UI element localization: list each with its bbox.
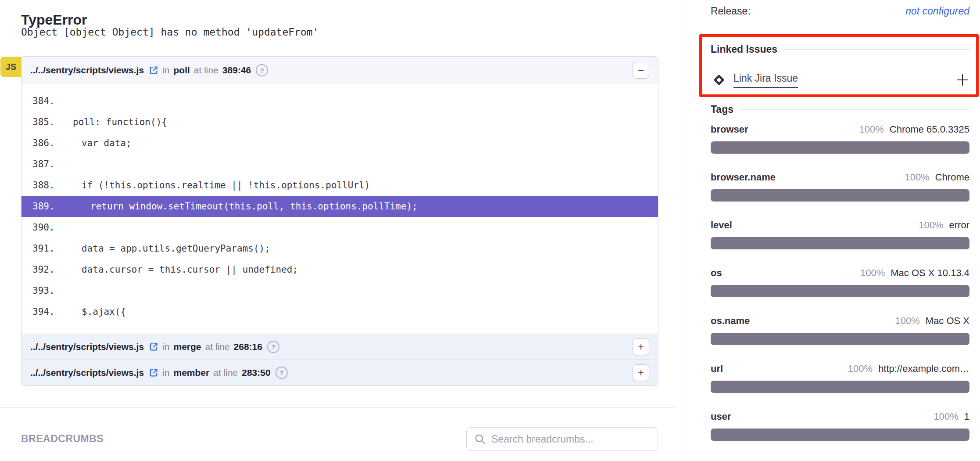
error-title: TypeError [21,12,87,28]
collapse-frame-button[interactable]: − [633,62,649,79]
tag-value: Mac OS X [926,315,969,327]
stack-frame-header-poll[interactable]: ../../sentry/scripts/views.js in poll at… [21,57,658,84]
tag-value: Chrome 65.0.3325 [890,124,969,135]
code-line: 384. [21,90,658,112]
help-question-icon[interactable]: ? [256,64,268,76]
tag-percent: 100% [895,315,919,327]
external-link-icon[interactable] [149,342,158,352]
release-row: Release: not configured [711,5,969,17]
tag-distribution-bar [711,285,969,297]
tag-percent: 100% [848,363,873,375]
tag-key-link[interactable]: url [711,363,723,375]
help-question-icon[interactable]: ? [275,367,288,379]
tag-key-link[interactable]: browser [711,124,748,135]
tag-key-link[interactable]: browser.name [711,172,776,183]
tag-row-level: level 100%error [711,220,969,249]
frame-lineno: 283:50 [242,367,270,378]
tag-distribution-bar [711,381,969,393]
tag-key-link[interactable]: user [711,411,731,422]
heading-rule [784,49,969,50]
external-link-icon[interactable] [149,368,158,378]
code-line: 387. [21,154,658,175]
code-line: 388. if (!this.options.realtime || !this… [21,175,658,196]
tag-row-os: os 100%Mac OS X 10.13.4 [711,267,969,297]
tag-percent: 100% [919,220,943,231]
tag-key-link[interactable]: level [711,220,732,231]
tag-row-user: user 100%1 [711,411,969,441]
tag-distribution-bar [711,141,969,154]
tags-section-title: Tags [711,104,969,115]
tag-row-browser-name: browser.name 100%Chrome [711,172,969,202]
error-message: Object [object Object] has no method 'up… [21,26,319,38]
in-label: in [162,65,169,76]
tag-row-os-name: os.name 100%Mac OS X [711,315,969,345]
frame-function: poll [174,65,190,76]
in-label: in [162,367,169,378]
breadcrumbs-section-title: BREADCRUMBS [21,433,104,445]
source-code-context: 384. 385. poll: function(){ 386. var dat… [21,84,658,334]
jira-icon [712,73,726,86]
tag-distribution-bar [711,237,969,249]
stacktrace-card: JS ../../sentry/scripts/views.js in poll… [21,56,658,386]
code-line-highlighted-crash: 389. return window.setTimeout(this.poll,… [21,196,658,217]
at-line-label: at line [205,342,230,352]
breadcrumbs-search-box[interactable] [466,427,658,451]
tag-distribution-bar [711,333,969,345]
tag-distribution-bar [711,429,969,441]
tag-value: error [949,220,969,231]
section-divider [0,407,676,408]
frame-file-link[interactable]: ../../sentry/scripts/views.js [30,367,144,378]
add-linked-issue-icon[interactable] [955,73,969,87]
sidebar-divider [686,0,686,461]
at-line-label: at line [194,65,218,76]
external-link-icon[interactable] [149,65,158,75]
code-line: 390. [21,217,658,238]
code-line: 393. [21,280,658,301]
tag-percent: 100% [934,411,958,422]
expand-frame-button[interactable]: + [633,364,649,381]
frame-function: member [174,367,210,378]
frame-lineno: 389:46 [222,65,251,76]
code-line: 385. poll: function(){ [21,112,658,133]
tag-key-link[interactable]: os [711,267,722,279]
stack-frame-row-member[interactable]: ../../sentry/scripts/views.js in member … [21,360,658,385]
help-question-icon[interactable]: ? [267,341,279,353]
release-label: Release: [711,5,751,17]
frame-lineno: 268:16 [234,342,262,352]
code-line: 392. data.cursor = this.cursor || undefi… [21,259,658,280]
frame-file-link[interactable]: ../../sentry/scripts/views.js [30,65,144,76]
sentry-issue-page: TypeError Object [object Object] has no … [0,0,980,461]
stack-frame-row-merge[interactable]: ../../sentry/scripts/views.js in merge a… [21,334,658,360]
tag-value: http://example.com… [878,363,969,375]
tag-row-browser: browser 100%Chrome 65.0.3325 [711,124,969,154]
tag-distribution-bar [711,189,969,202]
breadcrumbs-search-input[interactable] [490,433,658,446]
at-line-label: at line [213,367,238,378]
tags-list: browser 100%Chrome 65.0.3325 browser.nam… [711,124,969,459]
frame-file-link[interactable]: ../../sentry/scripts/views.js [30,342,144,352]
tag-value: Chrome [935,172,969,183]
tag-value: Mac OS X 10.13.4 [891,267,969,279]
linked-issues-jira-row: Link Jira Issue [712,67,969,93]
release-not-configured-link[interactable]: not configured [905,5,969,17]
link-jira-issue-link[interactable]: Link Jira Issue [733,72,798,88]
linked-issues-section-title: Linked Issues [711,43,969,55]
code-line: 386. var data; [21,133,658,154]
tag-percent: 100% [905,172,929,183]
expand-frame-button[interactable]: + [633,339,649,355]
in-label: in [162,342,169,352]
heading-rule [740,109,969,110]
search-icon [474,433,486,445]
platform-js-badge: JS [0,57,21,77]
code-line: 394. $.ajax({ [21,301,658,322]
frame-function: merge [174,342,201,352]
tag-percent: 100% [860,267,885,279]
tag-row-url: url 100%http://example.com… [711,363,969,393]
tag-value: 1 [964,411,969,422]
tag-key-link[interactable]: os.name [711,315,750,327]
tag-percent: 100% [859,124,883,135]
code-line: 391. data = app.utils.getQueryParams(); [21,238,658,259]
